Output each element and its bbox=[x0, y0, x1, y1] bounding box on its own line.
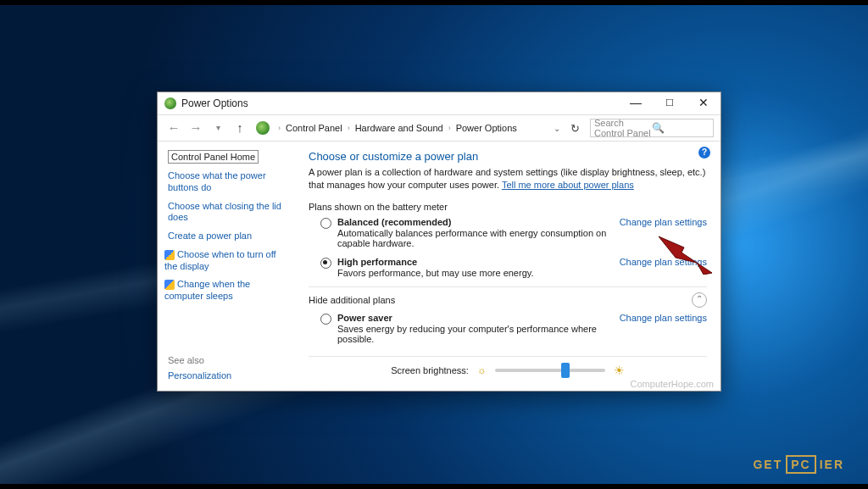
brightness-slider[interactable] bbox=[495, 369, 605, 372]
recent-dropdown[interactable]: ▾ bbox=[209, 119, 227, 137]
see-also-header: See also bbox=[168, 355, 290, 365]
letterbox-top bbox=[0, 0, 868, 5]
back-button[interactable]: ← bbox=[164, 119, 183, 137]
plan-description: Favors performance, but may use more ene… bbox=[337, 268, 611, 278]
change-plan-settings-link[interactable]: Change plan settings bbox=[620, 257, 707, 267]
search-icon: 🔍 bbox=[652, 122, 709, 134]
forward-button[interactable]: → bbox=[186, 119, 205, 137]
letterbox-bottom bbox=[0, 484, 868, 489]
sidebar-item-closing-lid[interactable]: Choose what closing the lid does bbox=[168, 201, 290, 225]
plan-balanced[interactable]: Balanced (recommended) Automatically bal… bbox=[309, 217, 707, 248]
brightness-label: Screen brightness: bbox=[391, 365, 469, 375]
sidebar-item-power-buttons[interactable]: Choose what the power buttons do bbox=[168, 170, 290, 194]
breadcrumb-icon bbox=[256, 121, 270, 135]
sun-dim-icon: ☼ bbox=[477, 364, 487, 376]
slider-thumb[interactable] bbox=[561, 363, 570, 378]
hide-plans-label: Hide additional plans bbox=[309, 295, 692, 305]
address-dropdown[interactable]: ⌄ bbox=[554, 124, 560, 133]
chevron-right-icon: › bbox=[447, 124, 453, 132]
help-icon[interactable]: ? bbox=[698, 147, 710, 158]
sidebar: Control Panel Home Choose what the power… bbox=[158, 142, 297, 391]
hide-additional-plans[interactable]: Hide additional plans ⌃ bbox=[309, 286, 707, 308]
plan-high-performance[interactable]: High performance Favors performance, but… bbox=[309, 257, 707, 278]
plan-name: Balanced (recommended) bbox=[337, 217, 611, 227]
shield-icon bbox=[164, 280, 175, 290]
shield-icon bbox=[164, 250, 175, 260]
plan-description: Saves energy by reducing your computer's… bbox=[337, 324, 611, 344]
close-button[interactable]: ✕ bbox=[687, 92, 721, 114]
control-panel-home-link[interactable]: Control Panel Home bbox=[168, 150, 259, 164]
seealso-mobility-center[interactable]: Windows Mobility Center bbox=[168, 389, 290, 392]
radio-power-saver[interactable] bbox=[320, 314, 331, 325]
plan-name: Power saver bbox=[337, 313, 611, 323]
content-area: Control Panel Home Choose what the power… bbox=[158, 142, 721, 391]
minimize-button[interactable]: — bbox=[619, 92, 653, 114]
radio-balanced[interactable] bbox=[320, 218, 331, 229]
change-plan-settings-link[interactable]: Change plan settings bbox=[620, 313, 707, 323]
breadcrumb[interactable]: › Control Panel › Hardware and Sound › P… bbox=[276, 122, 587, 135]
navbar: ← → ▾ ↑ › Control Panel › Hardware and S… bbox=[158, 115, 721, 142]
refresh-button[interactable]: ↻ bbox=[570, 122, 580, 135]
power-options-icon bbox=[164, 97, 176, 109]
plan-description: Automatically balances performance with … bbox=[337, 228, 611, 248]
maximize-button[interactable]: ☐ bbox=[653, 92, 687, 114]
site-logo: GET PC IER bbox=[753, 455, 844, 474]
change-plan-settings-link[interactable]: Change plan settings bbox=[620, 217, 707, 227]
collapse-icon[interactable]: ⌃ bbox=[692, 292, 707, 308]
search-placeholder: Search Control Panel bbox=[594, 118, 652, 138]
plans-section-header: Plans shown on the battery meter bbox=[309, 202, 707, 212]
radio-high-performance[interactable] bbox=[320, 258, 331, 269]
up-button[interactable]: ↑ bbox=[231, 119, 249, 137]
crumb-control-panel[interactable]: Control Panel bbox=[286, 123, 342, 133]
chevron-right-icon: › bbox=[346, 124, 352, 132]
learn-more-link[interactable]: Tell me more about power plans bbox=[502, 180, 634, 190]
titlebar[interactable]: Power Options — ☐ ✕ bbox=[158, 92, 721, 115]
crumb-hardware-sound[interactable]: Hardware and Sound bbox=[355, 123, 443, 133]
sun-bright-icon: ☀ bbox=[614, 364, 625, 377]
search-input[interactable]: Search Control Panel 🔍 bbox=[590, 119, 714, 137]
chevron-right-icon: › bbox=[276, 124, 282, 132]
sidebar-item-computer-sleeps[interactable]: Change when the computer sleeps bbox=[164, 279, 290, 303]
plan-power-saver[interactable]: Power saver Saves energy by reducing you… bbox=[309, 313, 707, 344]
power-options-window: Power Options — ☐ ✕ ← → ▾ ↑ › Control Pa… bbox=[157, 92, 721, 392]
watermark: ComputerHope.com bbox=[631, 379, 714, 389]
sidebar-item-create-plan[interactable]: Create a power plan bbox=[168, 231, 290, 242]
brightness-control: Screen brightness: ☼ ☀ bbox=[309, 356, 707, 377]
seealso-personalization[interactable]: Personalization bbox=[168, 370, 290, 382]
main-panel: ? Choose or customize a power plan A pow… bbox=[297, 142, 721, 391]
window-title: Power Options bbox=[181, 97, 619, 109]
page-description: A power plan is a collection of hardware… bbox=[309, 166, 707, 192]
plan-name: High performance bbox=[337, 257, 611, 267]
page-title: Choose or customize a power plan bbox=[309, 150, 707, 163]
sidebar-item-turn-off-display[interactable]: Choose when to turn off the display bbox=[164, 249, 290, 273]
crumb-power-options[interactable]: Power Options bbox=[456, 123, 517, 133]
